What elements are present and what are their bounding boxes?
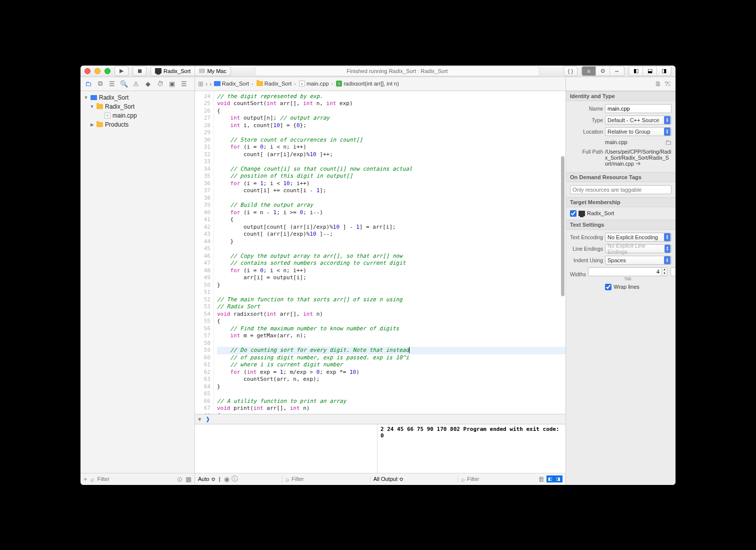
tree-group[interactable]: ▼Radix_Sort (80, 102, 194, 111)
tab-width-stepper[interactable]: ▲▼ (588, 267, 668, 276)
variables-view[interactable] (195, 424, 378, 473)
debug-navigator-icon[interactable]: ⏱ (154, 79, 166, 89)
indent-width-stepper[interactable]: ▲▼ (670, 267, 676, 276)
target-icon (155, 68, 162, 74)
print-icon[interactable]: ⓘ (232, 474, 238, 483)
titlebar: ▶ ◼ Radix_Sort My Mac Finished running R… (80, 66, 676, 77)
scrollbar-thumb[interactable] (561, 156, 564, 296)
minimize-window-button[interactable] (94, 68, 100, 74)
find-navigator-icon[interactable]: 🔍 (118, 79, 130, 89)
code-editor[interactable]: 2425262728293031323334353637383940414243… (195, 91, 566, 414)
tree-products[interactable]: ▶Products (80, 120, 194, 129)
folder-icon (256, 81, 263, 86)
recent-filter-icon[interactable]: ⊙ (177, 475, 182, 483)
toggle-debug-icon[interactable]: ⬓ (643, 67, 657, 76)
trash-icon[interactable]: 🗑 (538, 475, 544, 483)
code-area[interactable]: // the digit represented by exp.void cou… (214, 91, 566, 414)
help-inspector-icon[interactable]: ?⃝ (664, 80, 670, 88)
project-icon (214, 81, 220, 86)
jump-bar[interactable]: ⊞ ‹ › Radix_Sort› Radix_Sort› cmain.cpp›… (195, 80, 566, 88)
file-inspector-icon[interactable]: 🗎 (655, 80, 662, 88)
source-control-icon[interactable]: ⧉ (94, 79, 106, 89)
project-navigator-icon[interactable]: 🗀 (82, 79, 94, 89)
debug-pane-toggle[interactable]: ◧◨ (546, 475, 562, 482)
tree-root[interactable]: ▼Radix_Sort (80, 93, 194, 102)
main-area: ▼Radix_Sort ▼Radix_Sort cmain.cpp ▶Produ… (80, 91, 676, 485)
activity-status: Finished running Radix_Sort : Radix_Sort (255, 66, 540, 76)
panel-toggle-segment[interactable]: ◧ ⬓ ◨ (628, 66, 672, 76)
filter-icon: ⌕ (90, 475, 94, 483)
assistant-editor-icon[interactable]: ⊙ (596, 67, 610, 76)
tree-file-main[interactable]: cmain.cpp (80, 111, 194, 120)
choose-path-icon[interactable]: 🗀 (665, 139, 672, 146)
cpp-file-icon: c (104, 113, 110, 119)
scm-filter-icon[interactable]: ▦ (186, 475, 192, 483)
navigator-filter-input[interactable] (98, 476, 174, 482)
breakpoint-toggle-icon[interactable]: ❱ (206, 416, 210, 422)
scheme-selector[interactable]: Radix_Sort My Mac (150, 66, 231, 76)
hide-debug-icon[interactable]: ▾ (198, 415, 202, 423)
stop-button[interactable]: ◼ (132, 66, 146, 76)
crumb-project[interactable]: Radix_Sort (222, 81, 249, 87)
indent-using-select[interactable]: Spaces▲▼ (605, 256, 672, 265)
odr-field (570, 185, 672, 194)
crumb-group[interactable]: Radix_Sort (264, 81, 292, 87)
text-settings-title: Text Settings (566, 220, 676, 230)
location-select[interactable]: Relative to Group▲▼ (605, 127, 672, 136)
folder-icon (96, 104, 103, 109)
crumb-file[interactable]: main.cpp (306, 81, 329, 87)
target-checkbox[interactable] (570, 210, 576, 217)
console-filter-input[interactable] (467, 476, 536, 482)
editor-mode-segment[interactable]: ≡ ⊙ ↔ (582, 66, 624, 76)
issue-navigator-icon[interactable]: ⚠ (130, 79, 142, 89)
quicklook-icon[interactable]: ◉ (224, 475, 230, 483)
output-selector[interactable]: All Output ≎ (374, 476, 404, 482)
wrap-lines-checkbox[interactable]: Wrap lines (605, 284, 672, 290)
function-icon: f (336, 81, 342, 87)
toggle-inspector-icon[interactable]: ◨ (657, 67, 671, 76)
library-button[interactable]: { } (564, 66, 578, 76)
toggle-navigator-icon[interactable]: ◧ (629, 67, 643, 76)
related-items-icon[interactable]: ⊞ (198, 80, 204, 88)
odr-section-title: On Demand Resource Tags (566, 172, 676, 182)
project-tree[interactable]: ▼Radix_Sort ▼Radix_Sort cmain.cpp ▶Produ… (80, 91, 194, 473)
identity-section-title: Identity and Type (566, 91, 676, 101)
scope-selector[interactable]: Auto ≎ (198, 476, 216, 482)
variables-filter-input[interactable] (292, 476, 366, 482)
xcode-window: ▶ ◼ Radix_Sort My Mac Finished running R… (80, 66, 676, 485)
navigator-tabs: 🗀 ⧉ ☰ 🔍 ⚠ ◆ ⏱ ▣ ☰ (80, 77, 195, 91)
back-button[interactable]: ‹ (206, 80, 208, 88)
project-icon (90, 95, 97, 100)
test-navigator-icon[interactable]: ◆ (142, 79, 154, 89)
encoding-select[interactable]: No Explicit Encoding▲▼ (605, 233, 672, 242)
standard-editor-icon[interactable]: ≡ (582, 67, 596, 76)
toolbar-right: { } ≡ ⊙ ↔ ◧ ⬓ ◨ (564, 66, 672, 76)
navigator-footer: + ⌕ ⊙ ▦ (80, 473, 194, 485)
add-button[interactable]: + (84, 475, 88, 483)
target-checkbox-row[interactable]: Radix_Sort (570, 210, 672, 217)
filter-icon: ⌕ (286, 475, 290, 483)
crumb-symbol[interactable]: radixsort(int arr[], int n) (344, 81, 399, 87)
report-navigator-icon[interactable]: ☰ (178, 79, 190, 89)
inspector-tabs: 🗎 ?⃝ (566, 77, 676, 91)
reveal-path-icon[interactable]: ➜ (636, 160, 641, 167)
debug-footer: Auto ≎ | ◉ ⓘ ⌕ All Output ≎ ⌕ 🗑 ◧◨ (195, 473, 566, 485)
line-gutter[interactable]: 2425262728293031323334353637383940414243… (195, 91, 214, 414)
device-icon (199, 69, 205, 73)
type-select[interactable]: Default - C++ Source▲▼ (605, 116, 672, 125)
lineendings-select[interactable]: No Explicit Line Endings▲▼ (605, 244, 672, 253)
cpp-file-icon: c (299, 81, 305, 87)
target-section-title: Target Membership (566, 197, 676, 207)
nav-toolbar: 🗀 ⧉ ☰ 🔍 ⚠ ◆ ⏱ ▣ ☰ ⊞ ‹ › Radix_Sort› Radi… (80, 77, 676, 91)
name-field[interactable] (605, 104, 672, 113)
symbol-navigator-icon[interactable]: ☰ (106, 79, 118, 89)
breakpoint-navigator-icon[interactable]: ▣ (166, 79, 178, 89)
run-button[interactable]: ▶ (114, 66, 128, 76)
close-window-button[interactable] (84, 68, 90, 74)
console-view[interactable]: 2 24 45 66 75 90 170 802 Program ended w… (378, 424, 566, 473)
forward-button[interactable]: › (210, 80, 212, 88)
version-editor-icon[interactable]: ↔ (610, 67, 624, 76)
zoom-window-button[interactable] (104, 68, 110, 74)
folder-icon (96, 122, 103, 127)
navigator: ▼Radix_Sort ▼Radix_Sort cmain.cpp ▶Produ… (80, 91, 195, 485)
